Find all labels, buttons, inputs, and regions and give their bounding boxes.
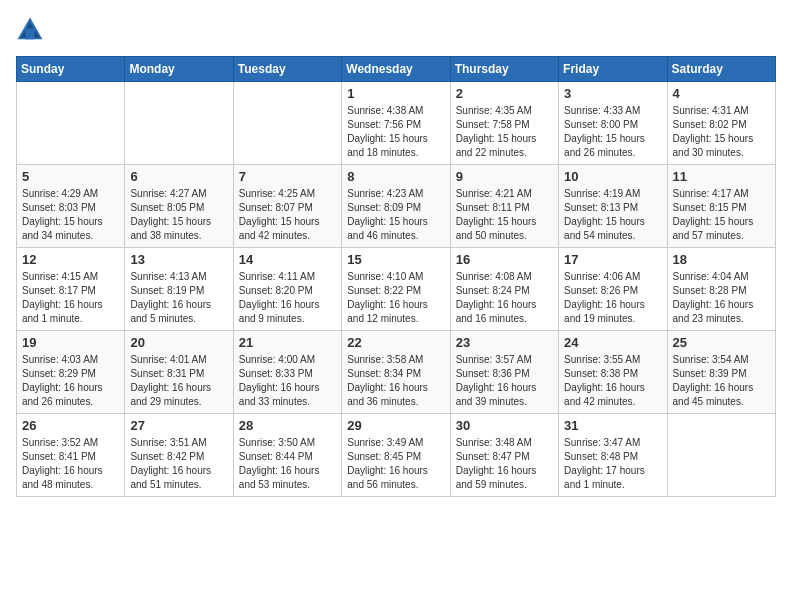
day-number: 3	[564, 86, 661, 101]
day-info: Sunrise: 4:11 AM Sunset: 8:20 PM Dayligh…	[239, 270, 336, 326]
day-cell: 16Sunrise: 4:08 AM Sunset: 8:24 PM Dayli…	[450, 248, 558, 331]
day-info: Sunrise: 4:10 AM Sunset: 8:22 PM Dayligh…	[347, 270, 444, 326]
day-cell: 13Sunrise: 4:13 AM Sunset: 8:19 PM Dayli…	[125, 248, 233, 331]
day-info: Sunrise: 4:35 AM Sunset: 7:58 PM Dayligh…	[456, 104, 553, 160]
day-number: 31	[564, 418, 661, 433]
header-cell-thursday: Thursday	[450, 57, 558, 82]
week-row-3: 12Sunrise: 4:15 AM Sunset: 8:17 PM Dayli…	[17, 248, 776, 331]
day-cell: 6Sunrise: 4:27 AM Sunset: 8:05 PM Daylig…	[125, 165, 233, 248]
svg-rect-2	[25, 28, 34, 39]
day-info: Sunrise: 4:17 AM Sunset: 8:15 PM Dayligh…	[673, 187, 770, 243]
day-cell: 27Sunrise: 3:51 AM Sunset: 8:42 PM Dayli…	[125, 414, 233, 497]
day-number: 27	[130, 418, 227, 433]
day-info: Sunrise: 4:03 AM Sunset: 8:29 PM Dayligh…	[22, 353, 119, 409]
day-info: Sunrise: 3:58 AM Sunset: 8:34 PM Dayligh…	[347, 353, 444, 409]
day-cell: 30Sunrise: 3:48 AM Sunset: 8:47 PM Dayli…	[450, 414, 558, 497]
day-info: Sunrise: 3:55 AM Sunset: 8:38 PM Dayligh…	[564, 353, 661, 409]
day-cell	[125, 82, 233, 165]
day-info: Sunrise: 4:23 AM Sunset: 8:09 PM Dayligh…	[347, 187, 444, 243]
day-cell: 2Sunrise: 4:35 AM Sunset: 7:58 PM Daylig…	[450, 82, 558, 165]
day-cell: 4Sunrise: 4:31 AM Sunset: 8:02 PM Daylig…	[667, 82, 775, 165]
day-number: 13	[130, 252, 227, 267]
day-cell: 24Sunrise: 3:55 AM Sunset: 8:38 PM Dayli…	[559, 331, 667, 414]
day-number: 5	[22, 169, 119, 184]
day-cell: 23Sunrise: 3:57 AM Sunset: 8:36 PM Dayli…	[450, 331, 558, 414]
day-number: 7	[239, 169, 336, 184]
header-cell-saturday: Saturday	[667, 57, 775, 82]
day-info: Sunrise: 4:13 AM Sunset: 8:19 PM Dayligh…	[130, 270, 227, 326]
day-info: Sunrise: 3:57 AM Sunset: 8:36 PM Dayligh…	[456, 353, 553, 409]
day-number: 8	[347, 169, 444, 184]
day-info: Sunrise: 4:29 AM Sunset: 8:03 PM Dayligh…	[22, 187, 119, 243]
day-info: Sunrise: 3:54 AM Sunset: 8:39 PM Dayligh…	[673, 353, 770, 409]
day-number: 1	[347, 86, 444, 101]
day-info: Sunrise: 4:15 AM Sunset: 8:17 PM Dayligh…	[22, 270, 119, 326]
week-row-4: 19Sunrise: 4:03 AM Sunset: 8:29 PM Dayli…	[17, 331, 776, 414]
day-cell: 26Sunrise: 3:52 AM Sunset: 8:41 PM Dayli…	[17, 414, 125, 497]
day-cell: 12Sunrise: 4:15 AM Sunset: 8:17 PM Dayli…	[17, 248, 125, 331]
day-cell	[17, 82, 125, 165]
week-row-1: 1Sunrise: 4:38 AM Sunset: 7:56 PM Daylig…	[17, 82, 776, 165]
day-info: Sunrise: 3:48 AM Sunset: 8:47 PM Dayligh…	[456, 436, 553, 492]
day-number: 18	[673, 252, 770, 267]
day-cell: 1Sunrise: 4:38 AM Sunset: 7:56 PM Daylig…	[342, 82, 450, 165]
day-number: 6	[130, 169, 227, 184]
logo	[16, 16, 48, 44]
day-info: Sunrise: 4:19 AM Sunset: 8:13 PM Dayligh…	[564, 187, 661, 243]
day-info: Sunrise: 3:51 AM Sunset: 8:42 PM Dayligh…	[130, 436, 227, 492]
day-number: 16	[456, 252, 553, 267]
day-info: Sunrise: 4:33 AM Sunset: 8:00 PM Dayligh…	[564, 104, 661, 160]
day-number: 23	[456, 335, 553, 350]
day-number: 24	[564, 335, 661, 350]
header-cell-wednesday: Wednesday	[342, 57, 450, 82]
day-number: 12	[22, 252, 119, 267]
day-number: 19	[22, 335, 119, 350]
day-number: 11	[673, 169, 770, 184]
page-header	[16, 16, 776, 44]
day-number: 10	[564, 169, 661, 184]
day-info: Sunrise: 3:52 AM Sunset: 8:41 PM Dayligh…	[22, 436, 119, 492]
day-info: Sunrise: 4:08 AM Sunset: 8:24 PM Dayligh…	[456, 270, 553, 326]
day-info: Sunrise: 4:00 AM Sunset: 8:33 PM Dayligh…	[239, 353, 336, 409]
day-cell: 3Sunrise: 4:33 AM Sunset: 8:00 PM Daylig…	[559, 82, 667, 165]
header-cell-tuesday: Tuesday	[233, 57, 341, 82]
day-number: 22	[347, 335, 444, 350]
day-cell: 18Sunrise: 4:04 AM Sunset: 8:28 PM Dayli…	[667, 248, 775, 331]
day-info: Sunrise: 4:04 AM Sunset: 8:28 PM Dayligh…	[673, 270, 770, 326]
week-row-5: 26Sunrise: 3:52 AM Sunset: 8:41 PM Dayli…	[17, 414, 776, 497]
day-number: 30	[456, 418, 553, 433]
day-cell: 28Sunrise: 3:50 AM Sunset: 8:44 PM Dayli…	[233, 414, 341, 497]
day-cell: 7Sunrise: 4:25 AM Sunset: 8:07 PM Daylig…	[233, 165, 341, 248]
day-cell: 25Sunrise: 3:54 AM Sunset: 8:39 PM Dayli…	[667, 331, 775, 414]
day-cell	[233, 82, 341, 165]
day-info: Sunrise: 4:01 AM Sunset: 8:31 PM Dayligh…	[130, 353, 227, 409]
day-info: Sunrise: 4:25 AM Sunset: 8:07 PM Dayligh…	[239, 187, 336, 243]
day-cell: 15Sunrise: 4:10 AM Sunset: 8:22 PM Dayli…	[342, 248, 450, 331]
day-info: Sunrise: 3:50 AM Sunset: 8:44 PM Dayligh…	[239, 436, 336, 492]
day-info: Sunrise: 4:27 AM Sunset: 8:05 PM Dayligh…	[130, 187, 227, 243]
header-cell-friday: Friday	[559, 57, 667, 82]
day-number: 4	[673, 86, 770, 101]
day-number: 9	[456, 169, 553, 184]
day-cell: 5Sunrise: 4:29 AM Sunset: 8:03 PM Daylig…	[17, 165, 125, 248]
day-number: 2	[456, 86, 553, 101]
day-number: 21	[239, 335, 336, 350]
day-number: 14	[239, 252, 336, 267]
day-cell: 29Sunrise: 3:49 AM Sunset: 8:45 PM Dayli…	[342, 414, 450, 497]
day-number: 25	[673, 335, 770, 350]
day-number: 28	[239, 418, 336, 433]
day-number: 26	[22, 418, 119, 433]
week-row-2: 5Sunrise: 4:29 AM Sunset: 8:03 PM Daylig…	[17, 165, 776, 248]
day-cell: 10Sunrise: 4:19 AM Sunset: 8:13 PM Dayli…	[559, 165, 667, 248]
day-info: Sunrise: 4:31 AM Sunset: 8:02 PM Dayligh…	[673, 104, 770, 160]
day-number: 20	[130, 335, 227, 350]
day-info: Sunrise: 3:49 AM Sunset: 8:45 PM Dayligh…	[347, 436, 444, 492]
day-cell: 17Sunrise: 4:06 AM Sunset: 8:26 PM Dayli…	[559, 248, 667, 331]
day-info: Sunrise: 4:21 AM Sunset: 8:11 PM Dayligh…	[456, 187, 553, 243]
day-cell: 21Sunrise: 4:00 AM Sunset: 8:33 PM Dayli…	[233, 331, 341, 414]
day-number: 15	[347, 252, 444, 267]
header-cell-sunday: Sunday	[17, 57, 125, 82]
header-row: SundayMondayTuesdayWednesdayThursdayFrid…	[17, 57, 776, 82]
day-cell: 31Sunrise: 3:47 AM Sunset: 8:48 PM Dayli…	[559, 414, 667, 497]
header-cell-monday: Monday	[125, 57, 233, 82]
